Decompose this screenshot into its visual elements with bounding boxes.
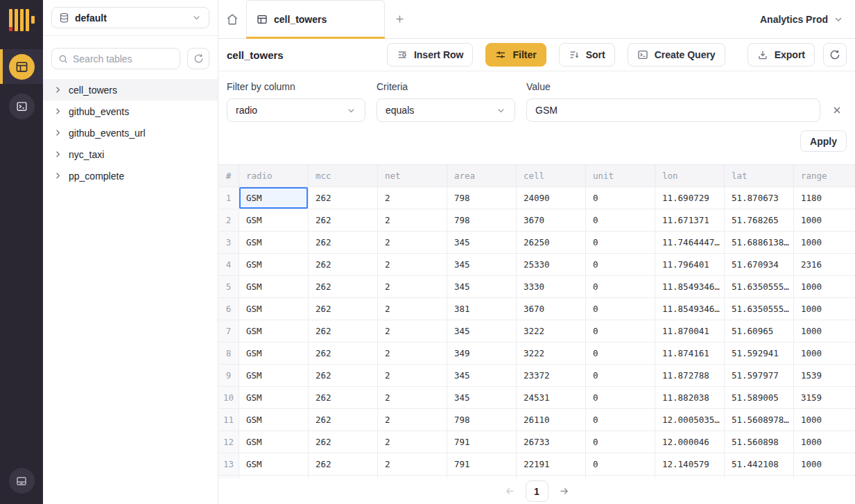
table-cell[interactable]: 11.882038 (655, 387, 725, 409)
table-cell[interactable]: 262 (309, 342, 378, 365)
table-cell[interactable]: GSM (239, 320, 309, 342)
table-cell[interactable]: 11.870041 (655, 320, 725, 342)
table-cell[interactable]: 51.592941 (725, 342, 794, 365)
table-cell[interactable]: 1000 (794, 298, 855, 320)
table-cell[interactable]: 345 (447, 232, 517, 254)
table-cell[interactable]: 0 (586, 387, 655, 409)
selected-cell[interactable]: GSM (239, 187, 309, 209)
table-cell[interactable]: 262 (309, 409, 378, 431)
table-cell[interactable]: 51.670934 (725, 254, 794, 276)
table-cell[interactable]: 1000 (794, 276, 855, 298)
refresh-table-button[interactable] (823, 43, 847, 67)
table-cell[interactable]: 51.60965 (725, 320, 794, 342)
table-cell[interactable]: 3222 (517, 320, 586, 342)
table-cell[interactable]: 2 (378, 320, 447, 342)
table-cell[interactable]: 262 (309, 298, 378, 320)
table-cell[interactable]: 51.6350555… (725, 276, 794, 298)
table-cell[interactable]: 345 (447, 387, 517, 409)
table-cell[interactable]: 798 (447, 209, 517, 232)
table-cell[interactable]: 0 (586, 342, 655, 365)
rail-item-tables[interactable] (0, 49, 43, 84)
rail-item-server[interactable] (9, 468, 35, 494)
table-cell[interactable]: 0 (586, 409, 655, 431)
table-cell[interactable]: 2 (378, 453, 447, 476)
table-cell[interactable]: 11.872788 (655, 365, 725, 387)
table-cell[interactable]: 2 (378, 276, 447, 298)
sidebar-item-github_events_url[interactable]: github_events_url (43, 122, 218, 144)
refresh-tables-button[interactable] (187, 48, 209, 69)
table-cell[interactable]: 51.6350555… (725, 298, 794, 320)
table-cell[interactable]: 22191 (517, 453, 586, 476)
table-cell[interactable]: 791 (447, 453, 517, 476)
filter-column-select[interactable]: radio (227, 98, 365, 122)
search-tables-input[interactable] (73, 53, 173, 64)
insert-row-button[interactable]: Insert Row (387, 43, 474, 67)
table-cell[interactable]: 0 (586, 298, 655, 320)
sort-button[interactable]: Sort (559, 43, 615, 67)
table-cell[interactable]: 381 (447, 298, 517, 320)
table-cell[interactable]: 262 (309, 187, 378, 209)
table-cell[interactable]: 345 (447, 276, 517, 298)
table-cell[interactable]: 2 (378, 298, 447, 320)
sidebar-item-nyc_taxi[interactable]: nyc_taxi (43, 144, 218, 165)
table-cell[interactable]: 2 (378, 209, 447, 232)
apply-filter-button[interactable]: Apply (800, 130, 847, 152)
table-cell[interactable]: 262 (309, 276, 378, 298)
table-cell[interactable]: 262 (309, 387, 378, 409)
previous-page-button[interactable] (504, 485, 516, 497)
table-cell[interactable]: 0 (586, 320, 655, 342)
table-cell[interactable]: 11.690729 (655, 187, 725, 209)
table-cell[interactable]: 0 (586, 276, 655, 298)
table-cell[interactable]: 2 (378, 409, 447, 431)
table-cell[interactable]: GSM (239, 431, 309, 453)
table-cell[interactable]: 0 (586, 453, 655, 476)
table-cell[interactable]: GSM (239, 298, 309, 320)
table-cell[interactable]: GSM (239, 254, 309, 276)
tab-cell-towers[interactable]: cell_towers (246, 0, 385, 38)
next-page-button[interactable] (558, 485, 570, 497)
table-cell[interactable]: 1000 (794, 409, 855, 431)
table-cell[interactable]: GSM (239, 365, 309, 387)
table-cell[interactable]: 11.874161 (655, 342, 725, 365)
sidebar-item-cell_towers[interactable]: cell_towers (43, 79, 218, 101)
table-cell[interactable]: 1000 (794, 209, 855, 232)
table-cell[interactable]: 11.8549346… (655, 298, 725, 320)
table-cell[interactable]: 26110 (517, 409, 586, 431)
table-cell[interactable]: 51.560898 (725, 431, 794, 453)
table-cell[interactable]: GSM (239, 409, 309, 431)
table-cell[interactable]: 262 (309, 209, 378, 232)
table-cell[interactable]: 262 (309, 365, 378, 387)
table-cell[interactable]: 1000 (794, 342, 855, 365)
table-cell[interactable]: GSM (239, 232, 309, 254)
table-cell[interactable]: 23372 (517, 365, 586, 387)
table-cell[interactable]: 1539 (794, 365, 855, 387)
table-cell[interactable]: 262 (309, 453, 378, 476)
table-cell[interactable]: 2316 (794, 254, 855, 276)
table-cell[interactable]: 1000 (794, 453, 855, 476)
table-cell[interactable]: 24531 (517, 387, 586, 409)
table-cell[interactable]: 0 (586, 365, 655, 387)
new-tab-button[interactable] (385, 0, 414, 38)
table-cell[interactable]: 1000 (794, 320, 855, 342)
database-selector[interactable]: default (51, 7, 209, 28)
table-cell[interactable]: 349 (447, 342, 517, 365)
table-cell[interactable]: 3670 (517, 209, 586, 232)
table-cell[interactable]: 262 (309, 320, 378, 342)
table-cell[interactable]: 12.000046 (655, 431, 725, 453)
table-cell[interactable]: 2 (378, 232, 447, 254)
table-cell[interactable]: 26250 (517, 232, 586, 254)
table-cell[interactable]: 1000 (794, 431, 855, 453)
table-cell[interactable]: 345 (447, 365, 517, 387)
table-cell[interactable]: 1000 (794, 232, 855, 254)
table-cell[interactable]: 11.796401 (655, 254, 725, 276)
table-cell[interactable]: 51.6886138… (725, 232, 794, 254)
table-cell[interactable]: 2 (378, 431, 447, 453)
table-cell[interactable]: 2 (378, 342, 447, 365)
table-cell[interactable]: 2 (378, 387, 447, 409)
table-cell[interactable]: 12.140579 (655, 453, 725, 476)
table-cell[interactable]: 51.442108 (725, 453, 794, 476)
filter-button[interactable]: Filter (485, 43, 546, 67)
table-cell[interactable]: GSM (239, 342, 309, 365)
table-cell[interactable]: 3159 (794, 387, 855, 409)
table-cell[interactable]: 798 (447, 409, 517, 431)
